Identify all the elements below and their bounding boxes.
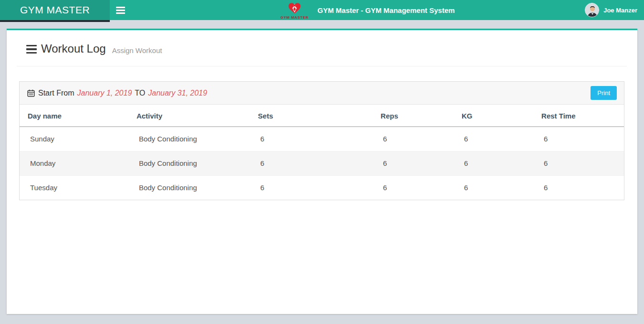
table-cell: Sunday [20,127,128,151]
page-subtitle: Assign Workout [112,46,162,54]
table-cell: 6 [454,176,533,200]
table-cell: Tuesday [20,176,128,200]
table-cell: 6 [454,127,533,151]
page-title: Workout Log [41,42,106,55]
sidebar-strip [0,20,110,22]
calendar-icon [27,89,35,97]
user-menu[interactable]: Joe Manzer [585,0,637,20]
workout-log-table: Day nameActivitySetsRepsKGRest Time Sund… [20,105,624,200]
column-header-rest-time: Rest Time [533,105,624,127]
column-header-day-name: Day name [20,105,128,127]
app-title: GYM Master - GYM Management System [317,6,455,14]
table-header-row: Day nameActivitySetsRepsKGRest Time [20,105,624,127]
table-row-sunday: SundayBody Conditioning6666 [20,127,624,151]
table-cell: 6 [372,151,454,176]
table-cell: 6 [533,127,624,151]
brand-home-link[interactable]: GYM MASTER [0,0,110,20]
page-header: Workout Log Assign Workout [7,30,637,55]
user-avatar [585,3,599,17]
date-range-bar: Start From January 1, 2019 TO January 31… [20,82,624,105]
column-header-activity: Activity [128,105,250,127]
menu-bars-icon [26,45,37,54]
column-header-kg: KG [454,105,533,127]
table-cell: Body Conditioning [128,176,250,200]
date-range-separator: TO [135,89,145,97]
header-divider [17,66,627,66]
table-cell: Monday [20,151,128,176]
table-row-monday: MondayBody Conditioning6666 [20,151,624,176]
workout-log-panel: Start From January 1, 2019 TO January 31… [19,81,624,200]
content-card: Workout Log Assign Workout Start From Ja… [7,29,637,314]
table-cell: 6 [372,176,454,200]
user-name: Joe Manzer [603,7,637,14]
logo-caption: GYM MASTER [281,15,309,20]
table-cell: 6 [250,176,372,200]
column-header-reps: Reps [372,105,454,127]
heart-logo-icon [287,2,302,16]
brand-label: GYM MASTER [20,4,90,16]
table-cell: 6 [250,151,372,176]
table-cell: Body Conditioning [128,127,250,151]
sidebar-hamburger-icon[interactable] [116,0,133,20]
table-cell: 6 [454,151,533,176]
gym-master-logo: GYM MASTER [279,2,310,20]
column-header-sets: Sets [250,105,372,127]
print-button[interactable]: Print [591,86,617,100]
table-cell: 6 [533,176,624,200]
end-date: January 31, 2019 [148,89,207,97]
table-cell: 6 [250,127,372,151]
top-navbar: GYM MASTER GYM MASTER GYM Master - GYM M… [0,0,644,20]
date-range-prefix: Start From [38,89,74,97]
table-cell: 6 [372,127,454,151]
table-row-tuesday: TuesdayBody Conditioning6666 [20,176,624,200]
table-cell: Body Conditioning [128,151,250,176]
start-date: January 1, 2019 [77,89,132,97]
table-cell: 6 [533,151,624,176]
app-title-group: GYM MASTER GYM Master - GYM Management S… [279,0,455,20]
